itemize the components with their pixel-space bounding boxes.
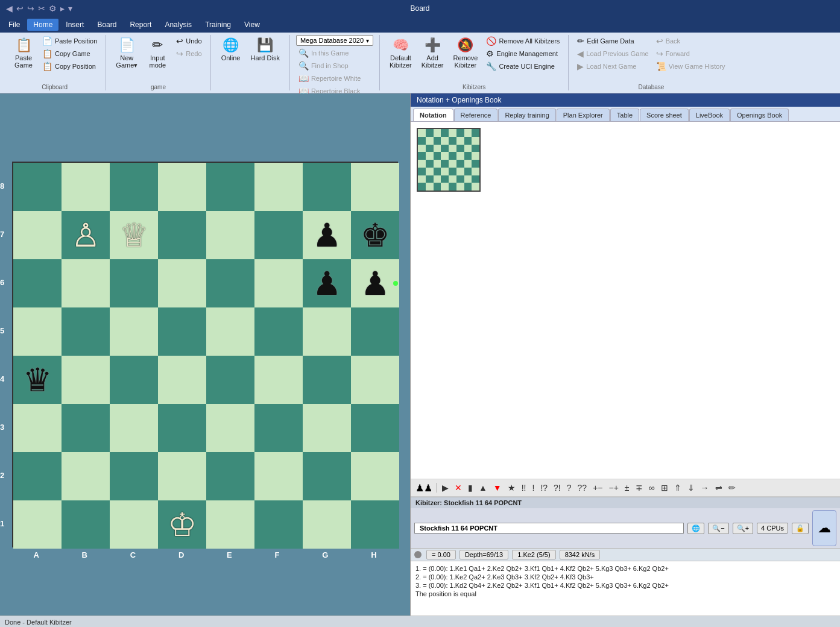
cell-c4[interactable] [110,356,158,404]
cell-b2[interactable] [62,452,110,500]
cell-e4[interactable] [206,356,254,404]
cell-b3[interactable] [62,404,110,452]
cell-g1[interactable] [303,500,351,549]
cell-h6[interactable]: ♟ [351,259,399,307]
cpus-button[interactable]: 4 CPUs [757,523,788,534]
arrow-up-icon[interactable]: ⇑ [672,482,683,494]
lock-button[interactable]: 🔓 [792,523,809,534]
back-icon[interactable]: ◀ [6,4,13,13]
in-this-game-button[interactable]: 🔍 In this Game [296,47,364,59]
engine-zoom-out-button[interactable]: 🔍− [708,523,728,534]
cell-a8[interactable] [13,163,62,211]
cell-f2[interactable] [254,452,303,500]
menu-board[interactable]: Board [91,19,122,31]
play-icon[interactable]: ▸ [60,4,65,13]
double-exclaim-icon[interactable]: !! [520,482,528,494]
menu-report[interactable]: Report [124,19,157,31]
copy-position-button[interactable]: 📋 Copy Position [40,60,99,72]
load-next-game-button[interactable]: ▶ Load Next Game [575,60,651,72]
online-button[interactable]: 🌐 Online [217,35,245,64]
tab-openings-book[interactable]: Openings Book [730,109,789,121]
cell-d4[interactable] [158,356,206,404]
cell-h4[interactable] [351,356,399,404]
cell-g3[interactable] [303,404,351,452]
cell-d1[interactable]: ♔ [158,500,206,549]
cell-h1[interactable] [351,500,399,549]
engine-management-button[interactable]: ⚙ Engine Management [484,48,562,60]
input-mode-button[interactable]: ✏ Inputmode [144,35,171,71]
cell-e7[interactable] [206,211,254,259]
cell-a7[interactable] [13,211,62,259]
cell-g4[interactable] [303,356,351,404]
cell-c2[interactable] [110,452,158,500]
repertoire-white-button[interactable]: 📖 Repertoire White [296,72,364,84]
cell-c6[interactable] [110,259,158,307]
cell-a3[interactable] [13,404,62,452]
cell-a4[interactable]: ♛ [13,356,62,404]
back-button[interactable]: ↩ Back [654,35,728,47]
hard-disk-button[interactable]: 💾 Hard Disk [247,35,283,64]
paste-position-button[interactable]: 📄 Paste Position [40,35,99,47]
tab-notation[interactable]: Notation [413,109,453,121]
cell-f1[interactable] [254,500,303,549]
cell-b8[interactable] [62,163,110,211]
default-kibitzer-button[interactable]: 🧠 DefaultKibitzer [386,35,415,71]
cell-e6[interactable] [206,259,254,307]
tab-table[interactable]: Table [610,109,639,121]
cell-e3[interactable] [206,404,254,452]
menu-file[interactable]: File [2,19,26,31]
redo-button[interactable]: ↪ Redo [174,48,204,60]
undo-icon[interactable]: ↩ [16,4,24,13]
cell-g8[interactable] [303,163,351,211]
paste-game-button[interactable]: 📋 PasteGame [10,35,37,71]
cell-c8[interactable] [110,163,158,211]
cell-c3[interactable] [110,404,158,452]
cell-b1[interactable] [62,500,110,549]
add-kibitzer-button[interactable]: ➕ AddKibitzer [418,35,447,71]
cell-h8[interactable] [351,163,399,211]
cell-d7[interactable] [158,211,206,259]
cell-h5[interactable] [351,307,399,356]
tab-reference[interactable]: Reference [454,109,498,121]
cell-f7[interactable] [254,211,303,259]
engine-zoom-in-button[interactable]: 🔍+ [733,523,753,534]
exclaim-icon[interactable]: ! [531,482,537,494]
cell-f8[interactable] [254,163,303,211]
tab-score-sheet[interactable]: Score sheet [640,109,689,121]
eraser-icon[interactable]: ✏ [727,482,737,494]
cell-b5[interactable] [62,307,110,356]
menu-training[interactable]: Training [199,19,237,31]
cell-d3[interactable] [158,404,206,452]
cell-g5[interactable] [303,307,351,356]
cell-f3[interactable] [254,404,303,452]
remove-kibitzer-button[interactable]: 🔕 RemoveKibitzer [449,35,481,71]
cell-e1[interactable] [206,500,254,549]
cell-b6[interactable] [62,259,110,307]
exclaim-q-icon[interactable]: !? [538,482,549,494]
down-icon[interactable]: ▼ [491,482,504,494]
cell-c7[interactable]: ♕ [110,211,158,259]
forward-button[interactable]: ↪ Forward [654,48,728,60]
plus-minus-icon[interactable]: +− [591,482,604,494]
chess-board[interactable]: ♙ ♕ ♟ ♚ ♟ ♟ [12,162,398,547]
cell-d8[interactable] [158,163,206,211]
cell-g6[interactable]: ♟ [303,259,351,307]
question-icon[interactable]: ? [565,482,573,494]
menu-home[interactable]: Home [27,19,58,31]
q-exclaim-icon[interactable]: ?! [552,482,563,494]
create-uci-engine-button[interactable]: 🔧 Create UCI Engine [484,60,562,72]
move-icon[interactable]: ▮ [466,482,475,494]
edit-game-data-button[interactable]: ✏ Edit Game Data [575,35,651,47]
view-game-history-button[interactable]: 📜 View Game History [654,60,728,72]
infinity-icon[interactable]: ∞ [647,482,657,494]
plus-eq-icon[interactable]: ± [623,482,631,494]
arrow-right-icon[interactable]: → [699,482,711,494]
undo-button[interactable]: ↩ Undo [174,35,204,47]
up-icon[interactable]: ▲ [477,482,489,494]
clear-icon[interactable]: ✕ [453,482,464,494]
double-q-icon[interactable]: ?? [576,482,589,494]
find-shop-button[interactable]: 🔍 Find in Shop [296,60,364,72]
cell-b4[interactable] [62,356,110,404]
tab-replay[interactable]: Replay training [498,109,555,121]
redo-icon[interactable]: ↪ [27,4,34,13]
